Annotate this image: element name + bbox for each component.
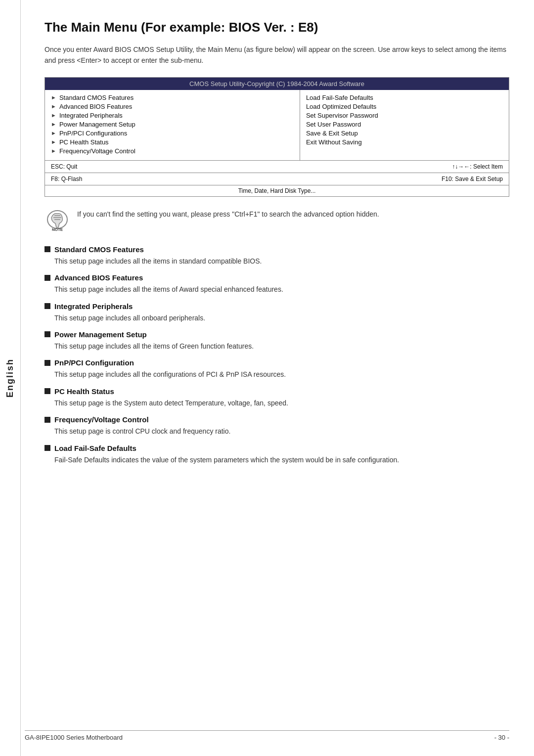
bios-right-column: Load Fail-Safe DefaultsLoad Optimized De… bbox=[300, 90, 509, 160]
section-title: Frequency/Voltage Control bbox=[44, 415, 509, 424]
section-entry: Standard CMOS FeaturesThis setup page in… bbox=[44, 245, 509, 267]
section-description: This setup page is the System auto detec… bbox=[54, 398, 509, 408]
bios-left-item: ►PnP/PCI Configurations bbox=[51, 130, 294, 137]
bios-esc-quit: ESC: Quit bbox=[51, 163, 77, 170]
section-title: Integrated Peripherals bbox=[44, 302, 509, 311]
note-text: If you can't find the setting you want, … bbox=[77, 208, 379, 220]
bios-left-item-label: PC Health Status bbox=[59, 138, 109, 146]
bios-arrow-icon: ► bbox=[51, 121, 56, 127]
bios-left-item-label: Power Management Setup bbox=[59, 121, 135, 128]
bios-footer-row2: F8: Q-Flash F10: Save & Exit Setup bbox=[45, 173, 509, 185]
section-description: Fail-Safe Defaults indicates the value o… bbox=[54, 454, 509, 465]
section-title: Advanced BIOS Features bbox=[44, 273, 509, 282]
bios-arrow-icon: ► bbox=[51, 139, 56, 145]
section-entry: PnP/PCI ConfigurationThis setup page inc… bbox=[44, 358, 509, 380]
section-description: This setup page includes all the items o… bbox=[54, 341, 509, 352]
bios-arrow-icon: ► bbox=[51, 130, 56, 136]
bios-right-item: Load Optimized Defaults bbox=[306, 103, 503, 110]
bios-left-column: ►Standard CMOS Features►Advanced BIOS Fe… bbox=[45, 90, 300, 160]
section-entry: Advanced BIOS FeaturesThis setup page in… bbox=[44, 273, 509, 295]
section-title: PC Health Status bbox=[44, 387, 509, 396]
section-bullet-icon bbox=[44, 388, 50, 394]
section-entry: PC Health StatusThis setup page is the S… bbox=[44, 387, 509, 408]
bios-left-item: ►PC Health Status bbox=[51, 138, 294, 146]
bios-arrow-icon: ► bbox=[51, 94, 56, 100]
page-footer: GA-8IPE1000 Series Motherboard - 30 - bbox=[25, 730, 509, 741]
section-bullet-icon bbox=[44, 275, 50, 281]
section-title: Standard CMOS Features bbox=[44, 245, 509, 254]
bios-setup-box: CMOS Setup Utility-Copyright (C) 1984-20… bbox=[44, 77, 509, 197]
section-bullet-icon bbox=[44, 246, 50, 252]
section-description: This setup page includes all the items i… bbox=[54, 256, 509, 267]
section-title-label: Advanced BIOS Features bbox=[54, 273, 143, 282]
section-title: Power Management Setup bbox=[44, 330, 509, 339]
section-title-label: Frequency/Voltage Control bbox=[54, 415, 149, 424]
section-description: This setup page is control CPU clock and… bbox=[54, 426, 509, 437]
bios-box-body: ►Standard CMOS Features►Advanced BIOS Fe… bbox=[45, 90, 509, 161]
note-icon: NOTE bbox=[44, 208, 70, 231]
bios-left-item-label: Frequency/Voltage Control bbox=[59, 147, 135, 155]
section-bullet-icon bbox=[44, 360, 50, 366]
page-title: The Main Menu (For example: BIOS Ver. : … bbox=[44, 20, 509, 35]
bios-status-bar: Time, Date, Hard Disk Type... bbox=[45, 185, 509, 196]
section-bullet-icon bbox=[44, 417, 50, 423]
section-title-label: Power Management Setup bbox=[54, 330, 147, 339]
bios-footer-row1: ESC: Quit ↑↓→←: Select Item bbox=[45, 161, 509, 173]
section-title-label: PC Health Status bbox=[54, 387, 114, 396]
section-entry: Load Fail-Safe DefaultsFail-Safe Default… bbox=[44, 444, 509, 465]
bios-right-item: Load Fail-Safe Defaults bbox=[306, 94, 503, 101]
note-box: NOTE If you can't find the setting you w… bbox=[44, 208, 509, 231]
bios-right-item: Save & Exit Setup bbox=[306, 130, 503, 137]
bios-left-item: ►Advanced BIOS Features bbox=[51, 103, 294, 110]
bios-left-item: ►Frequency/Voltage Control bbox=[51, 147, 294, 155]
sidebar-label: English bbox=[5, 358, 15, 398]
section-description: This setup page includes all the items o… bbox=[54, 284, 509, 295]
section-bullet-icon bbox=[44, 331, 50, 337]
bios-arrow-icon: ► bbox=[51, 148, 56, 154]
section-entry: Frequency/Voltage ControlThis setup page… bbox=[44, 415, 509, 437]
bios-arrow-icon: ► bbox=[51, 103, 56, 109]
section-bullet-icon bbox=[44, 303, 50, 309]
bios-box-header: CMOS Setup Utility-Copyright (C) 1984-20… bbox=[45, 78, 509, 90]
sections-container: Standard CMOS FeaturesThis setup page in… bbox=[44, 245, 509, 465]
bios-right-item: Set Supervisor Password bbox=[306, 112, 503, 119]
section-title-label: Standard CMOS Features bbox=[54, 245, 144, 254]
bios-right-item: Set User Password bbox=[306, 121, 503, 128]
bios-arrow-icon: ► bbox=[51, 112, 56, 118]
section-title-label: Integrated Peripherals bbox=[54, 302, 133, 311]
sidebar: English bbox=[0, 0, 21, 756]
footer-product: GA-8IPE1000 Series Motherboard bbox=[25, 734, 123, 741]
note-svg-icon: NOTE bbox=[44, 208, 70, 231]
bios-left-item: ►Power Management Setup bbox=[51, 121, 294, 128]
bios-f8: F8: Q-Flash bbox=[51, 176, 82, 182]
section-description: This setup page includes all the configu… bbox=[54, 369, 509, 380]
section-description: This setup page includes all onboard per… bbox=[54, 312, 509, 323]
bios-left-item-label: PnP/PCI Configurations bbox=[59, 130, 127, 137]
bios-left-item: ►Integrated Peripherals bbox=[51, 112, 294, 119]
section-title: Load Fail-Safe Defaults bbox=[44, 444, 509, 452]
bios-right-item: Exit Without Saving bbox=[306, 138, 503, 146]
bios-left-item-label: Advanced BIOS Features bbox=[59, 103, 132, 110]
section-entry: Power Management SetupThis setup page in… bbox=[44, 330, 509, 352]
svg-text:NOTE: NOTE bbox=[52, 227, 63, 231]
section-title-label: Load Fail-Safe Defaults bbox=[54, 444, 136, 452]
bios-left-item-label: Integrated Peripherals bbox=[59, 112, 123, 119]
bios-left-item: ►Standard CMOS Features bbox=[51, 94, 294, 101]
section-entry: Integrated PeripheralsThis setup page in… bbox=[44, 302, 509, 323]
main-content: The Main Menu (For example: BIOS Ver. : … bbox=[25, 0, 534, 502]
intro-text: Once you enter Award BIOS CMOS Setup Uti… bbox=[44, 44, 509, 66]
footer-page-number: - 30 - bbox=[494, 734, 509, 741]
section-title-label: PnP/PCI Configuration bbox=[54, 358, 134, 367]
bios-left-item-label: Standard CMOS Features bbox=[59, 94, 134, 101]
section-bullet-icon bbox=[44, 445, 50, 451]
bios-f10: F10: Save & Exit Setup bbox=[442, 176, 503, 182]
bios-select-item: ↑↓→←: Select Item bbox=[452, 163, 503, 170]
section-title: PnP/PCI Configuration bbox=[44, 358, 509, 367]
